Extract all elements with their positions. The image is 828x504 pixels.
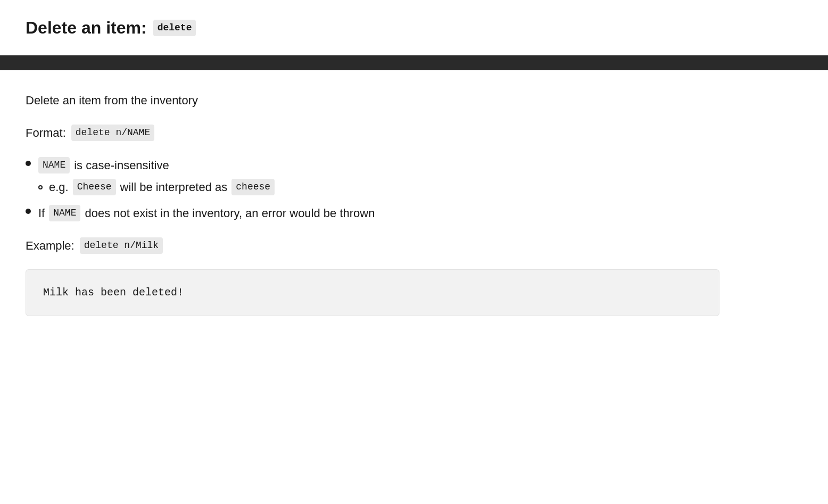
bullet-dot-icon bbox=[26, 161, 31, 166]
main-content: Delete an item from the inventory Format… bbox=[0, 70, 745, 348]
output-text: Milk has been deleted! bbox=[43, 286, 184, 299]
bullet-text-after: is case-insensitive bbox=[74, 156, 169, 174]
example-label: Example: bbox=[26, 237, 74, 254]
bullet-text-line: If NAME does not exist in the inventory,… bbox=[38, 204, 375, 222]
bullet-code-name: NAME bbox=[38, 157, 70, 173]
section-description: Delete an item from the inventory bbox=[26, 92, 719, 109]
bullet-text-before: If bbox=[38, 204, 45, 222]
sub-text-before: e.g. bbox=[49, 178, 69, 196]
top-header: Delete an item: delete bbox=[0, 0, 828, 55]
format-label: Format: bbox=[26, 124, 66, 142]
sub-list-item: e.g. Cheese will be interpreted as chees… bbox=[38, 178, 275, 196]
example-code: delete n/Milk bbox=[80, 237, 163, 254]
bullet-text-after-2: does not exist in the inventory, an erro… bbox=[85, 204, 375, 222]
page-title: Delete an item: delete bbox=[26, 15, 802, 40]
circle-dot-icon bbox=[38, 185, 43, 189]
bullet-dot-icon bbox=[26, 209, 31, 214]
bullet-text-line: NAME is case-insensitive bbox=[38, 156, 275, 174]
sub-list: e.g. Cheese will be interpreted as chees… bbox=[38, 178, 275, 196]
bullet-code-name-2: NAME bbox=[49, 205, 80, 221]
page-title-code: delete bbox=[153, 20, 196, 36]
list-item: NAME is case-insensitive e.g. Cheese wil… bbox=[26, 156, 719, 196]
sub-text-middle: will be interpreted as bbox=[120, 178, 228, 196]
example-line: Example: delete n/Milk bbox=[26, 237, 719, 254]
bullet-list: NAME is case-insensitive e.g. Cheese wil… bbox=[26, 156, 719, 222]
bullet-content: If NAME does not exist in the inventory,… bbox=[38, 204, 375, 222]
format-line: Format: delete n/NAME bbox=[26, 124, 719, 142]
sub-item-text: e.g. Cheese will be interpreted as chees… bbox=[49, 178, 275, 196]
list-item: If NAME does not exist in the inventory,… bbox=[26, 204, 719, 222]
page-title-text: Delete an item: bbox=[26, 15, 147, 40]
sub-code-1: Cheese bbox=[73, 179, 116, 195]
dark-divider-bar bbox=[0, 55, 828, 70]
bullet-content: NAME is case-insensitive e.g. Cheese wil… bbox=[38, 156, 275, 196]
format-code: delete n/NAME bbox=[71, 125, 154, 141]
output-box: Milk has been deleted! bbox=[26, 269, 719, 316]
sub-code-2: cheese bbox=[231, 179, 275, 195]
